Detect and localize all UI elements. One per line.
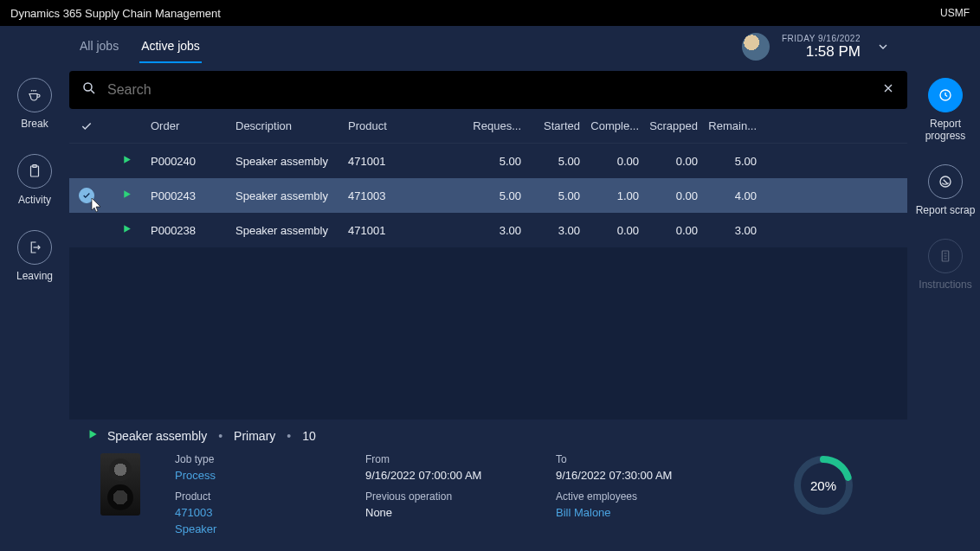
col-started[interactable]: Started	[526, 119, 585, 132]
instructions-button: Instructions	[919, 239, 971, 291]
scrap-icon	[928, 164, 963, 199]
job-type[interactable]: Process	[175, 469, 331, 482]
cell-started: 3.00	[526, 224, 585, 237]
from-value: 9/16/2022 07:00:00 AM	[365, 469, 521, 482]
cell-remaining: 4.00	[703, 189, 762, 202]
col-description[interactable]: Description	[235, 119, 348, 132]
table-body: P000240 Speaker assembly 471001 5.00 5.0…	[69, 144, 907, 247]
detail-panel: Speaker assembly • Primary • 10 Job type…	[69, 420, 911, 551]
from-label: From	[365, 453, 521, 465]
chevron-down-icon[interactable]	[873, 36, 893, 57]
progress-pct: 20%	[791, 453, 855, 517]
report-scrap-label: Report scrap	[916, 204, 976, 216]
cell-completed: 1.00	[585, 189, 644, 202]
cell-remaining: 3.00	[703, 224, 762, 237]
cell-requested: 5.00	[467, 189, 526, 202]
titlebar: Dynamics 365 Supply Chain Management USM…	[0, 0, 980, 26]
tab-active-jobs[interactable]: Active jobs	[139, 30, 202, 63]
sidebar-right: Report progress Report scrap Instruction…	[911, 26, 980, 551]
date-block: FRIDAY 9/16/2022 1:58 PM	[782, 34, 861, 61]
leaving-label: Leaving	[16, 270, 53, 282]
table-row[interactable]: P000238 Speaker assembly 471001 3.00 3.0…	[69, 213, 907, 247]
play-icon[interactable]	[87, 428, 99, 443]
detail-title: Speaker assembly	[107, 429, 207, 443]
prev-op-label: Previous operation	[365, 490, 521, 503]
instructions-icon	[928, 239, 963, 273]
cell-requested: 3.00	[467, 224, 526, 237]
sidebar-left: Break Activity Leaving	[0, 26, 69, 551]
exit-icon	[17, 230, 52, 265]
jobs-table: Order Description Product Reques... Star…	[69, 109, 907, 247]
clear-icon[interactable]	[881, 81, 895, 99]
report-progress-label: Report progress	[911, 118, 980, 142]
search-input[interactable]	[107, 82, 881, 98]
avatar[interactable]	[742, 33, 770, 61]
product-label: Product	[175, 490, 331, 503]
date-text: FRIDAY 9/16/2022	[782, 34, 861, 43]
col-remaining[interactable]: Remain...	[703, 119, 762, 132]
main-area: All jobs Active jobs FRIDAY 9/16/2022 1:…	[69, 26, 911, 551]
instructions-label: Instructions	[919, 279, 971, 291]
detail-header: Speaker assembly • Primary • 10	[87, 428, 892, 443]
cell-description: Speaker assembly	[235, 155, 348, 168]
app-title: Dynamics 365 Supply Chain Management	[10, 7, 221, 20]
cell-order: P000243	[151, 189, 235, 202]
col-order[interactable]: Order	[151, 119, 235, 132]
cell-completed: 0.00	[585, 155, 644, 168]
org-code: USMF	[940, 7, 970, 19]
detail-tag2: 10	[302, 429, 316, 443]
cell-scrapped: 0.00	[644, 224, 703, 237]
topbar: All jobs Active jobs FRIDAY 9/16/2022 1:…	[69, 26, 911, 67]
break-label: Break	[21, 118, 48, 130]
info-from: From 9/16/2022 07:00:00 AM Previous oper…	[365, 453, 521, 535]
cell-description: Speaker assembly	[235, 189, 348, 202]
product-id[interactable]: 471003	[175, 506, 331, 519]
svg-point-2	[84, 83, 92, 91]
play-icon[interactable]	[121, 224, 132, 237]
col-completed[interactable]: Comple...	[585, 119, 644, 132]
cell-product: 471001	[348, 155, 452, 168]
cell-remaining: 5.00	[703, 155, 762, 168]
activity-label: Activity	[18, 194, 51, 206]
clipboard-icon	[17, 154, 52, 189]
col-requested[interactable]: Reques...	[467, 119, 526, 132]
cell-started: 5.00	[526, 155, 585, 168]
col-product[interactable]: Product	[348, 119, 452, 132]
break-button[interactable]: Break	[17, 78, 52, 130]
row-check-icon[interactable]	[79, 188, 94, 203]
time-text: 1:58 PM	[782, 43, 861, 61]
cell-scrapped: 0.00	[644, 155, 703, 168]
header-check-icon[interactable]	[69, 120, 104, 132]
product-name[interactable]: Speaker	[175, 522, 331, 535]
cell-product: 471001	[348, 224, 452, 237]
cell-order: P000238	[151, 224, 235, 237]
to-value: 9/16/2022 07:30:00 AM	[556, 469, 712, 482]
cell-scrapped: 0.00	[644, 189, 703, 202]
play-icon[interactable]	[121, 189, 132, 202]
cell-product: 471003	[348, 189, 452, 202]
prev-op: None	[365, 506, 521, 519]
info-job: Job type Process Product 471003 Speaker	[175, 453, 331, 535]
detail-tag1: Primary	[234, 429, 275, 443]
report-scrap-button[interactable]: Report scrap	[916, 164, 976, 216]
tabs: All jobs Active jobs	[78, 30, 202, 63]
progress-ring: 20%	[791, 453, 855, 517]
progress-icon	[928, 78, 963, 112]
table-row[interactable]: P000240 Speaker assembly 471001 5.00 5.0…	[69, 144, 907, 178]
play-icon[interactable]	[121, 155, 132, 168]
col-scrapped[interactable]: Scrapped	[644, 119, 703, 132]
emp-label: Active employees	[556, 490, 712, 503]
tab-all-jobs[interactable]: All jobs	[78, 30, 120, 63]
search-bar[interactable]	[69, 71, 907, 109]
table-header: Order Description Product Reques... Star…	[69, 109, 907, 144]
employee[interactable]: Bill Malone	[556, 506, 712, 519]
coffee-icon	[17, 78, 52, 112]
search-icon	[81, 80, 97, 99]
leaving-button[interactable]: Leaving	[16, 230, 53, 282]
cell-description: Speaker assembly	[235, 224, 348, 237]
table-row[interactable]: P000243 Speaker assembly 471003 5.00 5.0…	[69, 178, 907, 213]
activity-button[interactable]: Activity	[17, 154, 52, 206]
report-progress-button[interactable]: Report progress	[911, 78, 980, 142]
cell-requested: 5.00	[467, 155, 526, 168]
job-type-label: Job type	[175, 453, 331, 465]
